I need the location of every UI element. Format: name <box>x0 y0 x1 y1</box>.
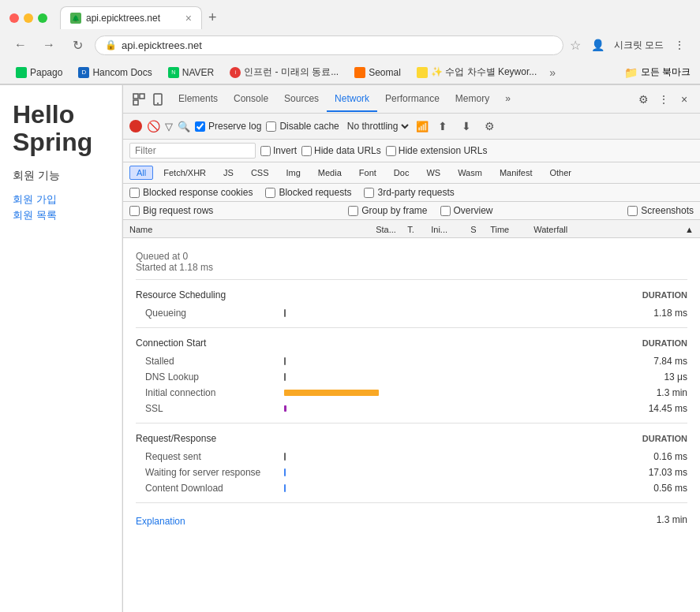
invert-checkbox[interactable]: Invert <box>260 145 297 156</box>
tab-close-button[interactable]: × <box>185 12 192 24</box>
address-bar[interactable]: 🔒 api.epicktrees.net <box>95 35 563 55</box>
network-search-button[interactable]: 🔍 <box>178 121 190 132</box>
filter-type-manifest[interactable]: Manifest <box>492 166 540 180</box>
devtools-panel: Elements Console Sources Network Perform… <box>122 85 700 612</box>
refresh-button[interactable]: ↻ <box>66 34 88 56</box>
big-rows-checkbox[interactable]: Big request rows <box>129 205 213 216</box>
timing-waiting-label: Waiting for server response <box>136 467 278 478</box>
filter-type-js[interactable]: JS <box>216 166 241 180</box>
blocked-cookies-checkbox[interactable]: Blocked response cookies <box>129 187 253 198</box>
filter-type-ws[interactable]: WS <box>419 166 447 180</box>
tab-sources[interactable]: Sources <box>276 87 327 112</box>
devtools-more-button[interactable]: ⋮ <box>654 90 673 109</box>
sidebar-link-register[interactable]: 회원 가입 <box>13 192 109 207</box>
screenshots-checkbox[interactable]: Screenshots <box>627 205 694 216</box>
bookmark-favicon-papago <box>16 67 27 78</box>
new-tab-button[interactable]: + <box>202 6 223 29</box>
timing-content-download-row: Content Download 0.56 ms <box>136 480 687 496</box>
filter-type-css[interactable]: CSS <box>244 166 276 180</box>
bookmark-label-seomal: Seomal <box>369 67 401 78</box>
filter-type-media[interactable]: Media <box>311 166 349 180</box>
maximize-traffic-light[interactable] <box>38 13 47 23</box>
throttle-select[interactable]: No throttling <box>344 120 411 132</box>
tab-memory[interactable]: Memory <box>447 87 497 112</box>
timing-ssl-label: SSL <box>136 403 278 414</box>
timing-queueing-label: Queueing <box>136 308 278 319</box>
browser-tab-active[interactable]: 🌲 api.epicktrees.net × <box>60 6 202 29</box>
options-bar-1: Blocked response cookies Blocked request… <box>123 184 700 202</box>
network-download-button[interactable]: ⬇ <box>457 117 476 136</box>
timing-request-response-header: Request/Response DURATION <box>136 433 687 444</box>
filter-type-wasm[interactable]: Wasm <box>451 166 489 180</box>
toolbar-right: 👤 시크릿 모드 ⋮ <box>587 34 691 56</box>
preserve-log-checkbox[interactable]: Preserve log <box>195 121 261 132</box>
table-header: Name Sta... T. Ini... S Time Waterfall ▲ <box>123 220 700 239</box>
network-upload-button[interactable]: ⬆ <box>433 117 452 136</box>
bookmark-hancom[interactable]: D Hancom Docs <box>72 65 158 80</box>
bookmark-star-button[interactable]: ☆ <box>570 38 581 53</box>
timing-queueing-value: 1.18 ms <box>624 308 687 319</box>
back-button[interactable]: ← <box>9 34 32 56</box>
tab-elements[interactable]: Elements <box>170 87 226 112</box>
network-filter-input[interactable] <box>129 143 256 159</box>
third-party-checkbox[interactable]: 3rd-party requests <box>364 187 454 198</box>
filter-type-img[interactable]: Img <box>279 166 308 180</box>
inspect-element-button[interactable] <box>129 90 148 109</box>
bookmark-papago[interactable]: Papago <box>9 65 69 80</box>
close-traffic-light[interactable] <box>9 13 19 23</box>
tab-network[interactable]: Network <box>327 87 377 112</box>
tab-more[interactable]: » <box>497 87 518 112</box>
bookmark-inflearn[interactable]: i 인프런 - 미래의 동료... <box>223 64 345 80</box>
more-bookmarks-button[interactable]: » <box>546 65 559 80</box>
timing-content-download-bar <box>284 483 618 493</box>
filter-type-other[interactable]: Other <box>542 166 578 180</box>
network-settings-button[interactable]: ⚙ <box>481 117 500 136</box>
devtools-close-button[interactable]: × <box>675 90 694 109</box>
network-record-button[interactable] <box>129 120 142 132</box>
bookmark-seomal[interactable]: Seomal <box>348 65 407 80</box>
th-time: Time <box>487 225 530 234</box>
options-bar-2: Big request rows Group by frame Overview… <box>123 202 700 220</box>
filter-type-fetch-xhr[interactable]: Fetch/XHR <box>156 166 213 180</box>
filter-type-font[interactable]: Font <box>352 166 384 180</box>
tab-favicon: 🌲 <box>70 13 81 24</box>
th-initiator: Ini... <box>428 225 467 234</box>
profile-button[interactable]: 👤 <box>587 34 609 56</box>
hide-ext-urls-checkbox[interactable]: Hide extension URLs <box>386 145 488 156</box>
timing-dns-row: DNS Lookup 13 μs <box>136 369 687 385</box>
hide-data-urls-checkbox[interactable]: Hide data URLs <box>301 145 381 156</box>
timing-waiting-row: Waiting for server response 17.03 ms <box>136 465 687 480</box>
title-bar: 🌲 api.epicktrees.net × + <box>0 0 700 29</box>
group-by-frame-checkbox[interactable]: Group by frame <box>348 205 427 216</box>
wifi-icon: 📶 <box>416 121 429 132</box>
network-clear-button[interactable]: 🚫 <box>147 120 160 132</box>
bookmark-keyword[interactable]: ✨ 수업 차수별 Keywor... <box>410 64 543 80</box>
th-name: Name <box>126 225 372 234</box>
tab-console[interactable]: Console <box>226 87 276 112</box>
th-waterfall: Waterfall ▲ <box>530 225 697 234</box>
tabs-bar: 🌲 api.epicktrees.net × + <box>60 6 678 29</box>
tab-performance[interactable]: Performance <box>377 87 447 112</box>
sidebar-links: 회원 가입 회원 목록 <box>13 192 109 222</box>
svg-point-4 <box>157 103 159 104</box>
timing-explanation-link[interactable]: Explanation <box>136 516 185 527</box>
th-type: T. <box>404 225 428 234</box>
sidebar-link-list[interactable]: 회원 목록 <box>13 208 109 222</box>
minimize-traffic-light[interactable] <box>24 13 33 23</box>
browser-chrome: 🌲 api.epicktrees.net × + ← → ↻ 🔒 api.epi… <box>0 0 700 85</box>
device-toolbar-button[interactable] <box>148 90 167 109</box>
disable-cache-checkbox[interactable]: Disable cache <box>266 121 339 132</box>
timing-dns-label: DNS Lookup <box>136 371 278 382</box>
bookmark-naver[interactable]: N NAVER <box>162 65 220 80</box>
filter-type-all[interactable]: All <box>129 166 153 180</box>
blocked-requests-checkbox[interactable]: Blocked requests <box>265 187 351 198</box>
timing-explanation-row: Explanation 1.3 min <box>136 509 687 527</box>
devtools-settings-button[interactable]: ⚙ <box>634 90 653 109</box>
forward-button[interactable]: → <box>38 34 60 56</box>
timing-initial-connection-value: 1.3 min <box>624 387 687 398</box>
browser-menu-button[interactable]: ⋮ <box>668 34 691 56</box>
network-filter-button[interactable]: ▽ <box>165 121 173 132</box>
overview-checkbox[interactable]: Overview <box>440 205 493 216</box>
network-filter-bar: Invert Hide data URLs Hide extension URL… <box>123 140 700 162</box>
filter-type-doc[interactable]: Doc <box>387 166 417 180</box>
